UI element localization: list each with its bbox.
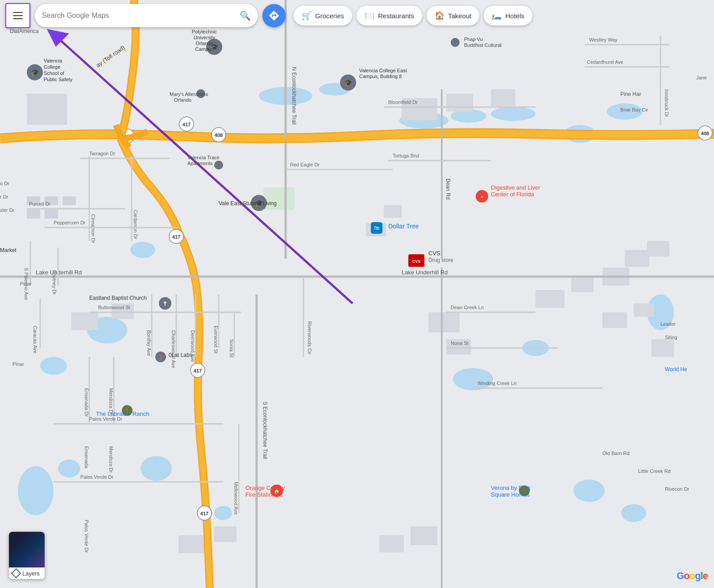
svg-text:+: + [481, 194, 483, 199]
layers-thumbnail-image [9, 532, 45, 567]
svg-rect-20 [27, 94, 67, 125]
svg-text:Campus: Campus [195, 46, 214, 52]
svg-text:🎓: 🎓 [31, 69, 39, 76]
svg-text:Market: Market [0, 247, 17, 253]
svg-text:Bloomfield Dr: Bloomfield Dr [388, 99, 418, 105]
hamburger-button[interactable] [5, 3, 30, 28]
svg-text:Public Safety: Public Safety [44, 77, 73, 82]
takeout-pill[interactable]: 🏠 Takeout [427, 6, 480, 25]
svg-point-18 [573, 480, 605, 502]
svg-text:Lake Underhill Rd: Lake Underhill Rd [402, 269, 448, 276]
takeout-icon: 🏠 [435, 11, 444, 21]
svg-text:Purcell Dr: Purcell Dr [29, 201, 51, 207]
svg-rect-46 [45, 210, 58, 219]
svg-point-157 [451, 38, 460, 47]
google-letter-e: e [703, 570, 708, 581]
svg-text:Orlando: Orlando [195, 41, 213, 46]
svg-text:Rivecon Dr: Rivecon Dr [665, 486, 689, 492]
svg-text:Vale East Student Living: Vale East Student Living [219, 200, 277, 207]
svg-text:Everwood St: Everwood St [213, 326, 219, 353]
groceries-label: Groceries [315, 12, 344, 20]
svg-text:Bonifay Ave: Bonifay Ave [146, 330, 152, 356]
search-input[interactable] [42, 12, 235, 20]
map-container[interactable]: 408 408 408 417 417 417 417 ay (Toll roa… [0, 0, 714, 588]
svg-point-19 [621, 504, 646, 522]
groceries-icon: 🛒 [302, 11, 311, 21]
svg-rect-24 [446, 94, 473, 112]
svg-text:Lake Underhill Rd: Lake Underhill Rd [36, 269, 82, 276]
svg-text:CVS: CVS [412, 259, 421, 264]
search-icon[interactable]: 🔍 [240, 10, 251, 21]
svg-text:Tarragon Dr: Tarragon Dr [89, 151, 115, 156]
hotels-pill[interactable]: 🛏️ Hotels [484, 6, 532, 25]
svg-point-17 [214, 506, 232, 520]
svg-text:Cinnamon Dr: Cinnamon Dr [91, 214, 96, 243]
google-letter-G: G [677, 570, 684, 581]
svg-text:🛍: 🛍 [374, 225, 379, 231]
svg-text:Fire Station 81: Fire Station 81 [245, 491, 283, 498]
svg-rect-21 [71, 312, 98, 330]
groceries-pill[interactable]: 🛒 Groceries [294, 6, 352, 25]
svg-point-3 [130, 242, 155, 258]
google-logo: Google [677, 570, 708, 582]
search-bar: 🔍 [35, 4, 258, 27]
svg-text:Dollar Tree: Dollar Tree [388, 223, 419, 230]
layers-button[interactable]: Layers [9, 532, 45, 579]
layers-text: Layers [22, 570, 40, 577]
svg-text:World He: World He [665, 366, 687, 373]
svg-text:r Dr: r Dr [0, 194, 8, 199]
map-background: 408 408 408 417 417 417 417 ay (Toll roa… [0, 0, 714, 588]
svg-text:Verona by Park: Verona by Park [491, 484, 531, 491]
svg-text:Ensenada: Ensenada [84, 446, 89, 468]
svg-text:Dean Creek Ln: Dean Creek Ln [451, 305, 484, 310]
svg-text:Tortuga Bnd: Tortuga Bnd [393, 153, 419, 158]
category-pills: 🛒 Groceries 🍽️ Restaurants 🏠 Takeout 🛏️ … [294, 6, 532, 25]
svg-text:S Econlockhatchee Trail: S Econlockhatchee Trail [262, 402, 268, 459]
svg-text:Mellowood Ave: Mellowood Ave [233, 482, 239, 515]
svg-rect-41 [411, 526, 437, 545]
svg-text:Old Barn Rd: Old Barn Rd [602, 451, 630, 456]
svg-rect-44 [62, 196, 76, 205]
svg-text:Charleswood Ave: Charleswood Ave [171, 330, 176, 368]
svg-text:📍: 📍 [158, 355, 164, 360]
directions-button[interactable] [262, 4, 286, 27]
svg-text:Phap Vu: Phap Vu [464, 37, 483, 42]
svg-text:Little Creek Rd: Little Creek Rd [638, 468, 671, 474]
svg-rect-29 [384, 205, 402, 218]
svg-point-8 [491, 107, 536, 121]
svg-text:College: College [44, 64, 60, 70]
svg-text:The Labrador Ranch: The Labrador Ranch [96, 410, 149, 417]
takeout-label: Takeout [448, 12, 472, 20]
svg-text:Peppercorn Dr: Peppercorn Dr [54, 220, 86, 225]
svg-point-15 [58, 460, 80, 477]
svg-text:Riverwoods Cir: Riverwoods Cir [307, 321, 312, 355]
svg-text:✝: ✝ [162, 300, 168, 307]
svg-text:o Dr: o Dr [0, 181, 9, 186]
svg-point-12 [453, 368, 493, 390]
svg-text:Nona St: Nona St [451, 340, 469, 346]
svg-text:Center of Florida: Center of Florida [491, 191, 535, 198]
svg-text:Mendoza Dr: Mendoza Dr [108, 446, 114, 473]
svg-text:🎓: 🎓 [345, 79, 353, 87]
svg-rect-34 [647, 241, 669, 257]
svg-text:Jane: Jane [696, 75, 707, 80]
svg-rect-38 [178, 535, 205, 553]
svg-point-16 [141, 456, 172, 481]
hamburger-line-2 [13, 15, 23, 16]
google-letter-g: g [695, 570, 700, 581]
google-letter-o1: o [684, 570, 689, 581]
svg-text:Sonia St: Sonia St [229, 339, 234, 358]
top-bar: 🔍 🛒 Groceries 🍽️ Restaurants 🏠 Takeout 🛏… [0, 0, 714, 31]
svg-text:Square Homes: Square Homes [491, 491, 530, 498]
svg-point-2 [40, 357, 67, 375]
svg-text:N Econlockhatchee Trail: N Econlockhatchee Trail [291, 67, 297, 124]
svg-text:Siting: Siting [665, 335, 677, 340]
restaurants-icon: 🍽️ [365, 11, 374, 21]
svg-text:Chutney Dr: Chutney Dr [52, 270, 57, 295]
svg-text:Leader: Leader [660, 321, 676, 327]
svg-text:417: 417 [183, 122, 191, 127]
svg-rect-25 [491, 89, 515, 106]
restaurants-pill[interactable]: 🍽️ Restaurants [357, 6, 422, 25]
hamburger-line-3 [13, 18, 23, 19]
svg-rect-40 [379, 535, 404, 552]
